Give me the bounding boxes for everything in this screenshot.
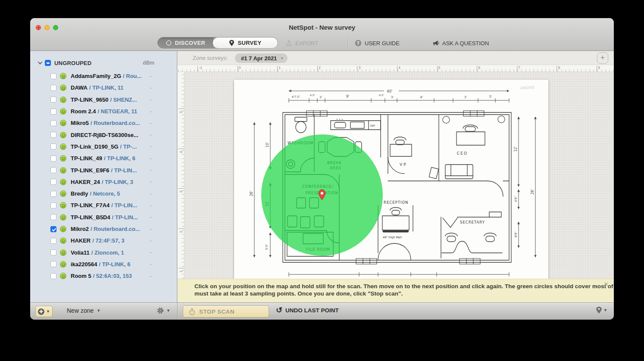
zone-selector[interactable]: New zone ▼ — [67, 307, 100, 314]
network-name: TP-LINK_B5D4 — [71, 214, 110, 221]
toolbar-separator — [348, 37, 348, 48]
network-signal-value: - — [150, 226, 152, 232]
network-name: DIRECT-Rj8D-TS6300se... — [71, 132, 138, 138]
network-checkbox[interactable] — [50, 226, 56, 232]
network-row[interactable]: TP-LINK_49 / TP-LINK, 6 - — [30, 152, 177, 164]
network-signal-value: - — [150, 73, 152, 79]
network-name: Bredly — [71, 190, 88, 197]
signal-status-icon — [60, 120, 66, 126]
network-checkbox[interactable] — [50, 191, 56, 197]
group-checkbox-indeterminate[interactable] — [45, 60, 51, 66]
survey-selector-dropdown[interactable]: #1 7 Apr 2021 ▼ — [235, 53, 288, 63]
ask-question-button[interactable]: ASK A QUESTION — [432, 38, 489, 48]
question-mark-icon: ? — [355, 40, 362, 47]
network-checkbox[interactable] — [50, 238, 56, 244]
network-details: / Netcore, 5 — [90, 190, 120, 197]
network-row[interactable]: DAWA / TP-LINK, 11 - — [30, 82, 177, 93]
group-header-ungrouped[interactable]: UNGROUPED dBm — [38, 59, 177, 66]
user-guide-button[interactable]: ? USER GUIDE — [355, 38, 400, 48]
network-row[interactable]: TP-LINK_E9F6 / TP-LIN... - — [30, 164, 177, 176]
network-row[interactable]: AddamsFamily_2G / Rou... - — [30, 70, 177, 82]
network-name: HAKER_24 — [71, 179, 100, 185]
network-row[interactable]: TP-LINK_F7A4 / TP-LIN... - — [30, 199, 177, 211]
network-name: TP-LINK_49 — [71, 155, 102, 162]
network-list: AddamsFamily_2G / Rou... - DAWA / TP-LIN… — [30, 70, 177, 282]
network-details: / SHENZ... — [110, 96, 137, 103]
network-checkbox[interactable] — [50, 167, 56, 173]
floorplan-drawing: WASHROOM BREAK AREA CONFERENCE/ PRESENTA… — [234, 80, 548, 282]
network-row[interactable]: HAKER_24 / TP-LINK, 3 - — [30, 176, 177, 188]
stop-scan-label: STOP SCAN — [199, 308, 234, 315]
chevron-down-icon: ▼ — [46, 309, 50, 314]
network-row[interactable]: ika220564 / TP-LINK, 6 - — [30, 258, 177, 270]
chevron-down-icon: ▼ — [166, 308, 170, 313]
add-zone-button[interactable]: ▼ — [35, 306, 53, 317]
undo-last-point-button[interactable]: ↺ UNDO LAST POINT — [276, 306, 339, 314]
network-row[interactable]: HAKER / 72:4F:57, 3 - — [30, 235, 177, 246]
network-checkbox[interactable] — [50, 156, 56, 162]
network-details: / TP-... — [120, 143, 137, 150]
map-pin-options-button[interactable]: ▼ — [596, 306, 607, 314]
dim-label: 26' — [530, 189, 535, 194]
signal-status-icon — [60, 155, 66, 162]
network-row[interactable]: TP-LINK_B5D4 / TP-LIN... - — [30, 212, 177, 223]
network-checkbox[interactable] — [50, 249, 56, 255]
tab-discover[interactable]: DISCOVER — [158, 37, 213, 48]
network-checkbox[interactable] — [50, 273, 56, 279]
dim-label: 3' — [464, 96, 467, 99]
survey-pin-icon — [229, 40, 234, 47]
network-details: / TP-LINK, 3 — [102, 179, 133, 185]
stop-scan-button[interactable]: STOP SCAN — [183, 305, 269, 317]
signal-status-icon — [60, 190, 66, 197]
network-checkbox[interactable] — [50, 214, 56, 220]
network-signal-value: - — [150, 214, 152, 220]
network-row[interactable]: Bredly / Netcore, 5 - — [30, 188, 177, 199]
stopwatch-icon — [189, 308, 195, 315]
network-checkbox[interactable] — [50, 120, 56, 126]
network-checkbox[interactable] — [50, 73, 56, 79]
network-signal-value: - — [150, 238, 152, 244]
dbm-column-header: dBm — [143, 60, 154, 66]
dim-label: 4.5" — [379, 93, 385, 96]
network-name: TP-LINK_E9F6 — [71, 167, 109, 174]
signal-status-icon — [60, 73, 66, 79]
network-row[interactable]: Mikro5 / Routerboard.co... - — [30, 117, 177, 129]
network-checkbox[interactable] — [50, 109, 56, 115]
network-details: / Routerboard.co... — [91, 226, 140, 232]
export-button[interactable]: EXPORT — [286, 38, 318, 48]
network-checkbox[interactable] — [50, 202, 56, 209]
network-details: / Rou... — [123, 73, 141, 79]
network-checkbox[interactable] — [50, 143, 56, 149]
network-row[interactable]: Mikro2 / Routerboard.co... - — [30, 223, 177, 235]
export-label: EXPORT — [295, 40, 318, 47]
network-row[interactable]: TP-Link_D190_5G / TP-... - — [30, 141, 177, 152]
settings-button[interactable]: ▼ — [156, 307, 170, 314]
fridge-label: REF — [370, 124, 375, 127]
chevron-down-icon: ▼ — [97, 308, 100, 313]
network-checkbox[interactable] — [50, 96, 56, 103]
scribble-label: 2002/02 — [520, 85, 535, 90]
tab-survey[interactable]: SURVEY — [213, 37, 278, 49]
mode-switcher: DISCOVER SURVEY — [157, 37, 278, 49]
network-row[interactable]: Room 2.4 / NETGEAR, 11 - — [30, 106, 177, 117]
network-row[interactable]: Room 5 / 52:6A:03, 153 - — [30, 270, 177, 282]
map-canvas[interactable]: 54321 — [178, 72, 614, 302]
network-row[interactable]: TP-LINK_9650 / SHENZ... - — [30, 94, 177, 106]
floorplan-sheet[interactable]: WASHROOM BREAK AREA CONFERENCE/ PRESENTA… — [234, 80, 548, 282]
network-checkbox[interactable] — [50, 261, 56, 267]
network-name: Mikro2 — [71, 226, 89, 232]
network-name: TP-Link_D190_5G — [71, 143, 119, 150]
add-survey-button[interactable]: + — [597, 53, 608, 64]
network-row[interactable]: Volia11 / Zioncom, 1 - — [30, 246, 177, 258]
network-row[interactable]: DIRECT-Rj8D-TS6300se... - — [30, 129, 177, 140]
network-checkbox[interactable] — [50, 179, 56, 185]
room-label: VP — [400, 162, 407, 167]
network-signal-value: - — [150, 202, 152, 209]
network-checkbox[interactable] — [50, 132, 56, 138]
chevron-down-icon[interactable] — [38, 62, 42, 65]
undo-icon: ↺ — [276, 306, 282, 314]
signal-status-icon — [60, 132, 66, 138]
zone-surveys-bar: Zone surveys: #1 7 Apr 2021 ▼ + — [178, 51, 614, 65]
network-checkbox[interactable] — [50, 85, 56, 91]
close-icon[interactable]: × — [604, 280, 608, 289]
